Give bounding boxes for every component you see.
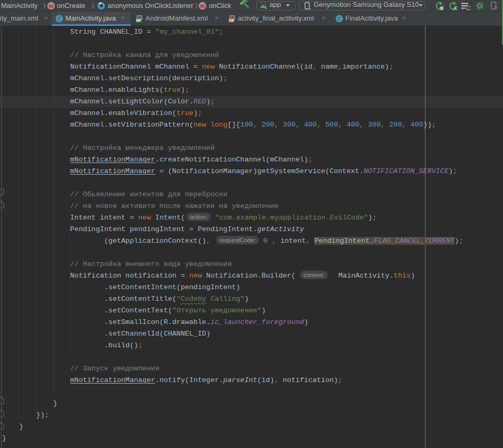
svg-text:C: C [337, 16, 342, 22]
svg-text:m: m [49, 3, 54, 9]
svg-text:m: m [200, 3, 205, 9]
svg-text:CX: CX [229, 18, 234, 22]
svg-text:MF: MF [136, 18, 141, 22]
svg-text:C: C [57, 16, 62, 22]
